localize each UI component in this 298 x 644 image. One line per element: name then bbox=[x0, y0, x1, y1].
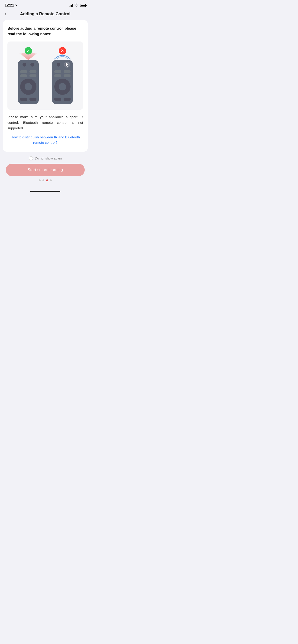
svg-rect-3 bbox=[20, 70, 27, 73]
page-dot-2 bbox=[43, 180, 44, 181]
bt-remote-svg: ’ bbox=[50, 60, 75, 104]
main-card: Before adding a remote control, please r… bbox=[3, 20, 88, 152]
svg-rect-19 bbox=[64, 74, 71, 77]
remote-illustration: ✓ bbox=[8, 42, 83, 110]
status-bar: 12:21 ➤ bbox=[0, 0, 91, 9]
ir-remote-item: ✓ bbox=[16, 47, 41, 104]
ir-bluetooth-link[interactable]: How to distinguish between IR and Blueto… bbox=[8, 135, 83, 145]
bt-remote-item: ✕ ’ bbox=[50, 47, 75, 104]
start-smart-learning-button[interactable]: Start smart learning bbox=[6, 164, 85, 176]
battery-icon bbox=[80, 4, 86, 7]
page-dot-3 bbox=[46, 180, 48, 181]
svg-point-12 bbox=[57, 63, 60, 66]
svg-rect-10 bbox=[30, 98, 37, 101]
svg-point-2 bbox=[31, 63, 34, 66]
page-dots bbox=[39, 180, 52, 183]
svg-point-1 bbox=[23, 63, 26, 66]
page-dot-4 bbox=[50, 180, 52, 181]
do-not-show-radio[interactable] bbox=[29, 156, 33, 160]
svg-point-21 bbox=[59, 83, 66, 90]
back-button[interactable]: ‹ bbox=[5, 11, 6, 17]
svg-rect-9 bbox=[20, 98, 27, 101]
svg-rect-6 bbox=[30, 74, 37, 77]
page-title: Adding a Remote Control bbox=[20, 12, 71, 16]
bottom-area: Do not show again Start smart learning bbox=[0, 152, 91, 189]
svg-rect-4 bbox=[30, 70, 37, 73]
wifi-icon bbox=[75, 4, 79, 7]
do-not-show-toggle[interactable]: Do not show again bbox=[29, 156, 62, 160]
svg-rect-22 bbox=[54, 98, 61, 101]
ir-remote-svg bbox=[16, 60, 41, 104]
intro-text: Before adding a remote control, please r… bbox=[8, 26, 83, 37]
signal-icon bbox=[69, 4, 73, 7]
svg-rect-16 bbox=[54, 70, 61, 73]
home-bar bbox=[30, 191, 60, 192]
status-time: 12:21 ➤ bbox=[5, 3, 18, 8]
svg-point-8 bbox=[25, 83, 32, 90]
svg-rect-18 bbox=[54, 74, 61, 77]
svg-rect-5 bbox=[20, 74, 27, 77]
x-badge: ✕ bbox=[59, 47, 66, 54]
home-indicator bbox=[0, 189, 91, 196]
check-badge: ✓ bbox=[25, 47, 32, 54]
status-icons bbox=[69, 4, 86, 7]
location-icon: ➤ bbox=[15, 4, 18, 7]
page-header: ‹ Adding a Remote Control bbox=[0, 9, 91, 20]
description-text: Please make sure your appliance support … bbox=[8, 114, 83, 131]
page-dot-1 bbox=[39, 180, 41, 181]
svg-rect-17 bbox=[64, 70, 71, 73]
svg-rect-23 bbox=[64, 98, 71, 101]
do-not-show-label: Do not show again bbox=[35, 156, 62, 160]
